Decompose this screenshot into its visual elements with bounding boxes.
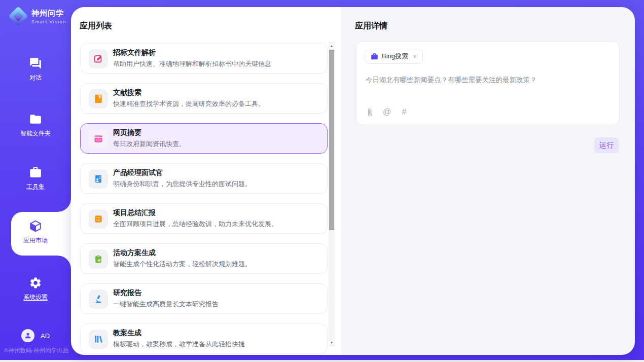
gear-icon [29,276,42,289]
chip-close-icon[interactable]: × [413,53,417,60]
app-name: 活动方案生成 [113,248,156,258]
books-icon [89,330,108,349]
sidebar-item-chat[interactable]: 对话 [0,57,71,82]
user-name: AD [41,332,50,340]
app-name: 产品经理面试官 [113,168,163,177]
briefcase-icon [371,53,378,60]
input-toolbar: @ # [365,107,409,117]
app-card-web-summary[interactable]: </> 网页摘要 每日政府新闻资讯快查。 [80,123,328,154]
app-description: 全面回顾项目进展，总结经验教训，助力未来优化发展。 [113,220,278,229]
app-list-title: 应用列表 [80,21,112,31]
app-description: 每日政府新闻资讯快查。 [113,139,186,149]
app-description: 模板驱动，教案秒成，教学准备从此轻松快捷 [113,340,245,349]
run-button[interactable]: 运行 [594,137,619,153]
sidebar: 神州问学 Smart Vision 对话 智能文件夹 工具集 [0,0,71,360]
app-card-pm-interviewer[interactable]: 产品经理面试官 明确身份和职责，为您提供专业性的面试问题。 [80,163,328,194]
app-name: 文献搜索 [113,88,141,97]
content-container: 应用列表 招标文件解析 帮助用户快速、准确地理解和解析招标书中的关键信息 [71,7,635,355]
cube-icon [29,220,42,233]
paperclip-icon[interactable] [365,107,374,117]
user-account[interactable]: AD [21,329,50,342]
folder-icon [29,113,42,126]
app-description: 一键智能生成高质量长文本研究报告 [113,300,219,309]
clipboard-check-icon [89,249,108,269]
app-window: 神州问学 Smart Vision 对话 智能文件夹 工具集 [0,0,644,360]
query-text[interactable]: 今日湖北有哪些新闻要点？有哪些需要关注的最新政策？ [366,75,610,85]
app-name: 网页摘要 [113,128,141,137]
app-card-lesson-gen[interactable]: 教案生成 模板驱动，教案秒成，教学准备从此轻松快捷 [80,323,328,354]
app-card-bid-parse[interactable]: 招标文件解析 帮助用户快速、准确地理解和解析招标书中的关键信息 [80,43,328,74]
brand-diamond-icon [9,7,27,25]
brand-name: 神州问学 [31,9,66,18]
sidebar-item-toolset[interactable]: 工具集 [0,166,71,191]
sidebar-item-app-market[interactable]: 应用市场 [0,220,71,245]
scroll-up-arrow-icon[interactable]: ▲ [329,44,334,48]
app-card-activity-plan[interactable]: 活动方案生成 智能生成个性化活动方案，轻松解决规划难题。 [80,243,328,274]
app-card-research-report[interactable]: 研究报告 一键智能生成高质量长文本研究报告 [80,283,328,314]
copyright-footer: ©神州数码·神州问学出品 [4,347,68,354]
tool-chip-label: Bing搜索 [382,52,408,61]
scrollbar-thumb[interactable] [329,50,334,230]
app-list-panel: 应用列表 招标文件解析 帮助用户快速、准确地理解和解析招标书中的关键信息 [71,7,341,355]
avatar [21,329,34,342]
brand-logo: 神州问学 Smart Vision [9,7,66,25]
sidebar-item-label: 应用市场 [23,237,48,244]
app-name: 项目总结汇报 [113,208,156,218]
app-detail-panel: 应用详情 Bing搜索 × 今日湖北有哪些新闻要点？有哪些需要关注的最新政策？ … [341,7,635,355]
tool-chip-bing-search[interactable]: Bing搜索 × [365,49,423,64]
sidebar-item-settings[interactable]: 系统设置 [0,276,71,302]
book-icon [89,89,108,108]
sidebar-item-smart-folder[interactable]: 智能文件夹 [0,113,71,138]
note-icon [89,209,108,229]
app-description: 明确身份和职责，为您提供专业性的面试问题。 [113,179,252,189]
prompt-input-card[interactable]: Bing搜索 × 今日湖北有哪些新闻要点？有哪些需要关注的最新政策？ @ # [356,41,620,125]
app-card-literature-search[interactable]: 文献搜索 快速精准查找学术资源，提高研究效率的必备工具。 [80,83,328,114]
chat-icon [29,57,42,70]
sidebar-item-label: 对话 [29,74,42,81]
app-name: 研究报告 [113,288,141,298]
app-name: 教案生成 [113,329,141,338]
list-scrollbar[interactable]: ▲ ▼ [329,42,335,346]
brand-subtitle: Smart Vision [31,19,66,24]
app-description: 智能生成个性化活动方案，轻松解决规划难题。 [113,260,252,269]
resume-person-icon [89,169,108,189]
microscope-icon [89,289,108,309]
at-mention-icon[interactable]: @ [382,107,391,117]
svg-text:</>: </> [96,138,101,141]
sidebar-item-label: 智能文件夹 [20,130,51,137]
app-detail-title: 应用详情 [355,21,387,31]
toolbox-icon [29,166,42,179]
web-code-icon: </> [89,129,108,149]
edit-document-icon [89,49,108,68]
app-description: 快速精准查找学术资源，提高研究效率的必备工具。 [113,99,265,108]
hash-icon[interactable]: # [400,107,409,117]
app-card-list: 招标文件解析 帮助用户快速、准确地理解和解析招标书中的关键信息 文献搜索 快速精… [80,43,328,355]
app-description: 帮助用户快速、准确地理解和解析招标书中的关键信息 [113,59,271,68]
app-card-project-report[interactable]: 项目总结汇报 全面回顾项目进展，总结经验教训，助力未来优化发展。 [80,203,328,234]
app-name: 招标文件解析 [113,48,156,57]
sidebar-item-label: 系统设置 [23,294,48,301]
scroll-down-arrow-icon[interactable]: ▼ [329,341,334,344]
sidebar-item-label: 工具集 [26,183,45,190]
